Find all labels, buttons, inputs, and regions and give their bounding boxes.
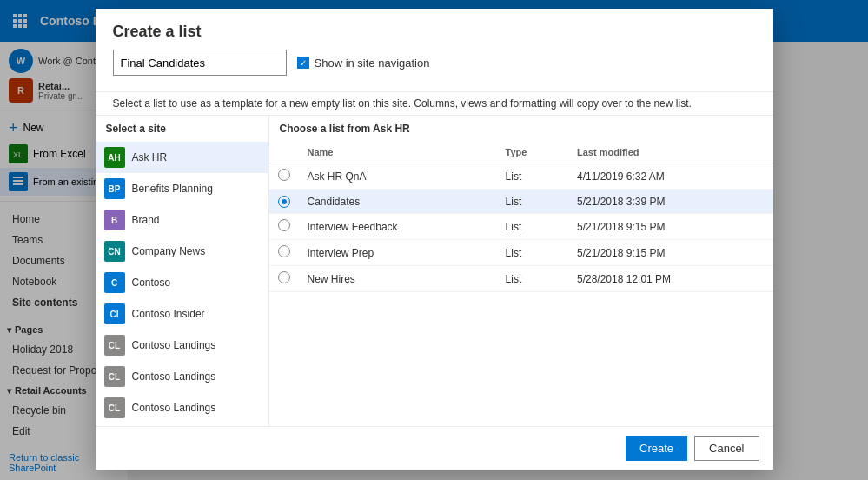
dialog-name-row: Show in site navigation xyxy=(113,50,756,76)
site-icon: B xyxy=(104,210,125,230)
site-icon: C xyxy=(104,272,125,293)
app-container: Contoso El... W Work @ Conto... R Retai.… xyxy=(0,0,868,480)
list-row[interactable]: New Hires List 5/28/2018 12:01 PM xyxy=(269,266,773,292)
site-icon: CL xyxy=(104,366,125,387)
radio-cell xyxy=(269,190,299,214)
list-name: Interview Feedback xyxy=(299,214,497,240)
site-label: Contoso xyxy=(132,277,171,289)
site-item[interactable]: CL Contoso Landings xyxy=(96,361,268,392)
radio-cell xyxy=(269,163,299,190)
site-panel: Select a site AH Ask HR BP Benefits Plan… xyxy=(96,116,269,426)
list-modified: 4/11/2019 6:32 AM xyxy=(568,163,773,190)
radio-button[interactable] xyxy=(278,219,290,231)
list-type: List xyxy=(497,163,568,190)
site-item[interactable]: B Brand xyxy=(96,204,268,236)
site-panel-header: Select a site xyxy=(96,116,268,142)
site-list: AH Ask HR BP Benefits Planning B Brand C… xyxy=(96,142,268,426)
site-icon: CL xyxy=(104,335,125,356)
list-name: Ask HR QnA xyxy=(299,163,497,190)
list-type: List xyxy=(497,240,568,266)
dialog-header: Create a list Show in site navigation xyxy=(96,9,773,92)
show-nav-label: Show in site navigation xyxy=(297,57,430,70)
list-type: List xyxy=(497,190,568,214)
radio-cell xyxy=(269,214,299,240)
site-label: Ask HR xyxy=(132,151,168,163)
list-row[interactable]: Interview Feedback List 5/21/2018 9:15 P… xyxy=(269,214,773,240)
list-row[interactable]: Ask HR QnA List 4/11/2019 6:32 AM xyxy=(269,163,773,190)
site-item[interactable]: CI Contoso Insider xyxy=(96,298,268,330)
list-name: Interview Prep xyxy=(299,240,497,266)
site-label: Brand xyxy=(132,214,160,226)
dialog-body: Select a site AH Ask HR BP Benefits Plan… xyxy=(96,116,773,426)
col-radio xyxy=(269,142,299,163)
list-table: Name Type Last modified Ask HR QnA List … xyxy=(269,142,773,426)
radio-button[interactable] xyxy=(278,245,290,257)
list-type: List xyxy=(497,214,568,240)
site-label: Contoso Insider xyxy=(132,308,205,320)
list-name-input[interactable] xyxy=(113,50,287,76)
dialog-description: Select a list to use as a template for a… xyxy=(96,92,773,116)
create-button[interactable]: Create xyxy=(626,436,687,461)
dialog-overlay: Create a list Show in site navigation Se… xyxy=(0,0,868,480)
site-item[interactable]: AH Ask HR xyxy=(96,142,268,173)
list-row[interactable]: Candidates List 5/21/2018 3:39 PM xyxy=(269,190,773,214)
list-name: New Hires xyxy=(299,266,497,292)
dialog-title: Create a list xyxy=(113,23,756,41)
list-modified: 5/21/2018 9:15 PM xyxy=(568,240,773,266)
list-panel: Choose a list from Ask HR Name Type Last… xyxy=(269,116,773,426)
site-item[interactable]: CL Contoso Landings xyxy=(96,330,268,361)
site-icon: BP xyxy=(104,178,125,199)
site-label: Benefits Planning xyxy=(132,183,213,195)
site-item[interactable]: BP Benefits Planning xyxy=(96,173,268,204)
list-type: List xyxy=(497,266,568,292)
show-nav-checkbox[interactable] xyxy=(297,57,309,69)
site-item[interactable]: C Contoso xyxy=(96,267,268,298)
list-row[interactable]: Interview Prep List 5/21/2018 9:15 PM xyxy=(269,240,773,266)
list-modified: 5/21/2018 9:15 PM xyxy=(568,214,773,240)
create-list-dialog: Create a list Show in site navigation Se… xyxy=(96,9,773,470)
list-modified: 5/28/2018 12:01 PM xyxy=(568,266,773,292)
cancel-button[interactable]: Cancel xyxy=(694,436,759,461)
radio-button[interactable] xyxy=(278,169,290,181)
col-type: Type xyxy=(497,142,568,163)
site-label: Contoso Landings xyxy=(132,402,216,414)
dialog-footer: Create Cancel xyxy=(96,426,773,470)
radio-button[interactable] xyxy=(278,271,290,283)
site-item[interactable]: CL Contoso Landings xyxy=(96,392,268,423)
site-icon: CL xyxy=(104,397,125,418)
site-label: Company News xyxy=(132,245,206,257)
radio-button[interactable] xyxy=(278,196,290,208)
list-modified: 5/21/2018 3:39 PM xyxy=(568,190,773,214)
site-icon: CN xyxy=(104,241,125,262)
radio-cell xyxy=(269,266,299,292)
list-panel-header: Choose a list from Ask HR xyxy=(269,116,773,142)
col-modified: Last modified xyxy=(568,142,773,163)
site-item[interactable]: CN Company News xyxy=(96,236,268,267)
radio-cell xyxy=(269,240,299,266)
col-name: Name xyxy=(299,142,497,163)
site-icon: AH xyxy=(104,147,125,168)
list-name: Candidates xyxy=(299,190,497,214)
site-label: Contoso Landings xyxy=(132,339,216,351)
site-label: Contoso Landings xyxy=(132,370,216,383)
site-icon: CI xyxy=(104,303,125,324)
